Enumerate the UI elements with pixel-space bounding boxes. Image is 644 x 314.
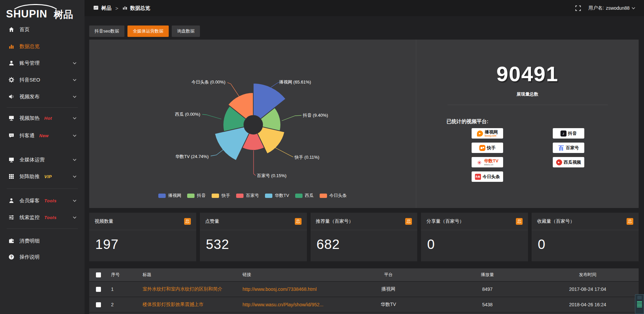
stat-card-total-badge[interactable]: 总 bbox=[295, 218, 302, 225]
stat-card-3: 推荐量（百家号）总682 bbox=[311, 213, 418, 261]
svg-text:?: ? bbox=[10, 255, 12, 259]
sidebar-item-13[interactable]: ?操作说明 bbox=[0, 249, 85, 265]
legend-item-播视网[interactable]: 播视网 bbox=[158, 193, 181, 199]
platform-chip-xigua[interactable]: ▶西瓜视频 bbox=[553, 157, 584, 167]
legend-item-华数TV[interactable]: 华数TV bbox=[265, 193, 289, 199]
sidebar-item-label: 视频加热 bbox=[19, 115, 40, 121]
cell-time: 2017-08-24 17:04 bbox=[537, 286, 639, 292]
chevron-down-icon bbox=[73, 135, 76, 137]
platform-chip-name: 快手 bbox=[487, 146, 496, 150]
legend-item-快手[interactable]: 快手 bbox=[212, 193, 230, 199]
legend-swatch bbox=[295, 194, 303, 198]
platform-chip-baijiahao[interactable]: 百百家号 bbox=[553, 143, 584, 153]
sidebar-item-5[interactable]: 视频发布 bbox=[0, 88, 85, 105]
pie-label-百家号: 百家号 (0.15%) bbox=[257, 173, 286, 178]
boosj-logo-icon: ▶ bbox=[477, 130, 483, 137]
sidebar-item-2[interactable]: 数据总览 bbox=[0, 38, 85, 55]
pie-slice-快手[interactable] bbox=[257, 127, 285, 154]
legend-item-抖音[interactable]: 抖音 bbox=[187, 193, 206, 199]
stat-card-total-badge[interactable]: 总 bbox=[627, 218, 633, 225]
kuaishou-logo-icon bbox=[479, 145, 485, 151]
sidebar-item-12[interactable]: 消费明细 bbox=[0, 232, 85, 249]
legend-swatch bbox=[320, 194, 327, 198]
platform-chip-boosj[interactable]: ▶播视网boosj.com bbox=[472, 128, 503, 139]
platform-chip-toutiao[interactable]: 头条今日头条 bbox=[472, 171, 503, 182]
pie-slice-华数TV[interactable] bbox=[215, 127, 249, 160]
select-all-checkbox[interactable] bbox=[96, 272, 101, 277]
stat-card-1: 视频数量总197 bbox=[89, 213, 196, 261]
stat-card-total-badge[interactable]: 总 bbox=[405, 218, 412, 225]
legend-swatch bbox=[236, 194, 244, 198]
cell-title-link[interactable]: 楼体投影灯投影效果震撼上市 bbox=[139, 302, 239, 308]
breadcrumb-current[interactable]: 数据总览 bbox=[130, 5, 150, 11]
row-checkbox[interactable] bbox=[96, 302, 101, 307]
username-label: 用户名: bbox=[588, 5, 604, 11]
chevron-down-icon bbox=[73, 117, 76, 119]
sidebar-item-6[interactable]: 视频加热Hot bbox=[0, 110, 85, 126]
legend-swatch bbox=[265, 194, 272, 198]
sidebar-item-11[interactable]: 线索监控Tools bbox=[0, 209, 85, 226]
baijiahao-logo-icon: 百 bbox=[558, 145, 564, 151]
sidebar-item-8[interactable]: 全媒体运营 bbox=[0, 151, 85, 168]
stat-card-total-badge[interactable]: 总 bbox=[184, 218, 191, 225]
platform-share-chart: 播视网抖音快手百家号华数TV西瓜今日头条 播视网 (65.61%)抖音 (9.4… bbox=[89, 40, 416, 208]
cell-platform: 播视网 bbox=[339, 286, 438, 292]
user-menu[interactable]: 用户名: zswodun88 bbox=[588, 5, 635, 11]
platform-chip-kuaishou[interactable]: 快手 bbox=[472, 143, 503, 153]
help-icon: ? bbox=[8, 254, 15, 260]
stat-card-total-badge[interactable]: 总 bbox=[516, 218, 523, 225]
fullscreen-icon[interactable] bbox=[575, 5, 581, 11]
sidebar-divider bbox=[7, 189, 78, 189]
sidebar-item-3[interactable]: 账号管理 bbox=[0, 55, 85, 71]
topbar-right: 用户名: zswodun88 bbox=[575, 5, 635, 11]
tab-3[interactable]: 询盘数据 bbox=[172, 25, 200, 37]
platform-chip-douyin[interactable]: ♪抖音 bbox=[553, 128, 584, 139]
stat-card-title: 推荐量（百家号） bbox=[316, 218, 354, 224]
legend-item-百家号[interactable]: 百家号 bbox=[236, 193, 259, 199]
tab-2[interactable]: 全媒体运营数据 bbox=[127, 25, 169, 37]
sidebar-divider bbox=[7, 228, 78, 229]
sidebar-item-4[interactable]: 抖音SEO bbox=[0, 71, 85, 88]
stat-card-header: 点赞量总 bbox=[200, 213, 307, 230]
chevron-down-icon bbox=[73, 200, 76, 202]
platforms-label: 已统计的视频平台: bbox=[446, 118, 639, 125]
breadcrumb-root[interactable]: 树品 bbox=[101, 5, 111, 11]
home-icon bbox=[8, 26, 15, 33]
row-checkbox[interactable] bbox=[96, 287, 101, 292]
sidebar-item-label: 首页 bbox=[19, 27, 30, 33]
xigua-logo-icon: ▶ bbox=[556, 159, 562, 165]
tab-1[interactable]: 抖音seo数据 bbox=[89, 25, 124, 37]
sidebar-item-1[interactable]: 首页 bbox=[0, 21, 85, 38]
cell-url-link[interactable]: http://www.boosj.com/7338468.html bbox=[239, 286, 339, 292]
sidebar: SHUPIN 树品 首页数据总览账号管理抖音SEO视频发布视频加热Hot抖客通N… bbox=[0, 0, 85, 314]
chevron-down-icon bbox=[73, 216, 76, 219]
legend-item-西瓜[interactable]: 西瓜 bbox=[295, 193, 314, 199]
chevron-down-icon bbox=[73, 62, 76, 64]
cell-url-link[interactable]: http://www.wasu.cn/Play/show/id/952... bbox=[239, 302, 339, 307]
sidebar-item-10[interactable]: 会员爆客Tools bbox=[0, 192, 85, 209]
legend-item-今日头条[interactable]: 今日头条 bbox=[320, 193, 347, 199]
wasu-logo-icon: ✳ bbox=[476, 159, 482, 165]
pie-label-抖音: 抖音 (9.40%) bbox=[303, 113, 328, 118]
cell-title-link[interactable]: 室外水纹灯和室内水纹灯的区别和简介 bbox=[139, 286, 239, 292]
speaker-icon bbox=[8, 93, 15, 100]
floating-widget[interactable] bbox=[635, 294, 644, 314]
table-row-partial bbox=[89, 312, 639, 314]
sidebar-item-7[interactable]: 抖客通New bbox=[0, 127, 85, 144]
douyin-logo-icon: ♪ bbox=[560, 130, 567, 137]
app-logo[interactable]: SHUPIN 树品 bbox=[6, 3, 80, 21]
rose-pie-chart[interactable] bbox=[89, 40, 416, 208]
pie-label-line bbox=[282, 115, 302, 121]
video-table: 序号标题链接平台播放量发布时间1室外水纹灯和室内水纹灯的区别和简介http://… bbox=[89, 268, 639, 314]
col-time: 发布时间 bbox=[537, 272, 639, 278]
platform-chip-name: 百家号 bbox=[566, 146, 579, 150]
sidebar-item-9[interactable]: 矩阵助推VIP bbox=[0, 168, 85, 185]
stat-card-value: 532 bbox=[200, 230, 307, 252]
pie-hole bbox=[244, 115, 263, 134]
col-link: 链接 bbox=[239, 272, 339, 278]
platform-chip-wasu[interactable]: ✳华数TVwasu.cn bbox=[472, 157, 503, 167]
sidebar-item-label: 账号管理 bbox=[19, 60, 40, 66]
stat-card-2: 点赞量总532 bbox=[200, 213, 307, 261]
chevron-down-icon bbox=[73, 175, 76, 178]
stat-card-header: 视频数量总 bbox=[89, 213, 196, 230]
